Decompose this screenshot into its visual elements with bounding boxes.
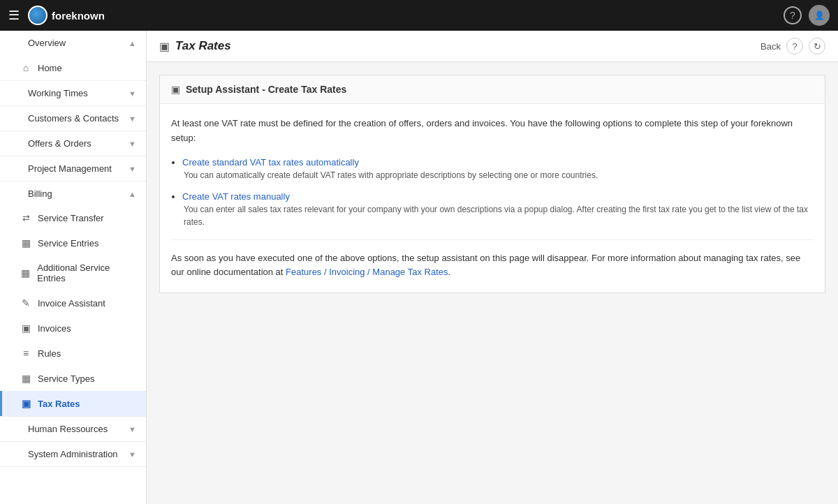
sidebar-item-hr[interactable]: Human Ressources ▼ xyxy=(0,417,146,441)
brand-logo xyxy=(28,6,47,25)
option-link-standard[interactable]: Create standard VAT tax rates automatica… xyxy=(182,157,359,168)
footer-text: As soon as you have executed one of the … xyxy=(171,251,814,281)
footer-link[interactable]: Features / Invoicing / Manage Tax Rates xyxy=(286,267,448,277)
help-icon-header[interactable]: ? xyxy=(786,38,803,54)
sidebar-section-sysadmin: System Administration ▼ xyxy=(0,442,146,467)
main-layout: Overview ▲ ⌂ Home Working Times ▼ xyxy=(0,31,838,504)
refresh-icon-header[interactable]: ↻ xyxy=(809,38,825,54)
avatar[interactable]: 👤 xyxy=(809,5,830,26)
service-types-icon: ▦ xyxy=(20,373,32,384)
sidebar-item-project[interactable]: Project Management ▼ xyxy=(0,156,146,181)
tax-rates-icon: ▣ xyxy=(20,398,32,409)
sidebar-label-additional-service-entries: Additional Service Entries xyxy=(37,262,136,283)
sidebar-label-home: Home xyxy=(38,63,62,73)
sidebar-section-overview: Overview ▲ ⌂ Home xyxy=(0,31,146,81)
sidebar-section-working-times: Working Times ▼ xyxy=(0,81,146,106)
sidebar-item-invoices[interactable]: ▣ Invoices xyxy=(0,316,146,341)
setup-card-header: ▣ Setup Assistant - Create Tax Rates xyxy=(160,75,825,104)
setup-card: ▣ Setup Assistant - Create Tax Rates At … xyxy=(159,75,825,293)
back-button[interactable]: Back xyxy=(760,41,781,52)
sidebar-label-project: Project Management xyxy=(28,163,112,174)
chevron-working-times: ▼ xyxy=(128,89,136,98)
chevron-hr: ▼ xyxy=(128,425,136,433)
invoices-icon: ▣ xyxy=(20,323,32,334)
sidebar-label-rules: Rules xyxy=(38,348,61,359)
sidebar-item-home[interactable]: ⌂ Home xyxy=(0,55,146,80)
rules-icon: ≡ xyxy=(20,348,32,359)
content-area: ▣ Tax Rates Back ? ↻ ▣ Setup Assistant -… xyxy=(147,31,838,504)
page-header: ▣ Tax Rates Back ? ↻ xyxy=(147,31,838,62)
invoice-assistant-icon: ✎ xyxy=(20,297,32,309)
sidebar-label-offers: Offers & Orders xyxy=(28,138,91,149)
chevron-billing: ▲ xyxy=(128,190,136,198)
sidebar-item-billing[interactable]: Billing ▲ xyxy=(0,181,146,206)
sidebar-label-working-times: Working Times xyxy=(28,88,88,98)
sidebar-section-offers: Offers & Orders ▼ xyxy=(0,131,146,156)
option-item-standard: Create standard VAT tax rates automatica… xyxy=(182,157,814,181)
sidebar-label-service-entries: Service Entries xyxy=(38,238,98,249)
topbar-left: ☰ foreknown xyxy=(8,6,105,25)
service-entries-icon: ▦ xyxy=(20,237,32,249)
sidebar-label-invoice-assistant: Invoice Assistant xyxy=(38,298,105,309)
sidebar-label-tax-rates: Tax Rates xyxy=(38,399,80,409)
topbar: ☰ foreknown ? 👤 xyxy=(0,0,838,31)
footer-text-before: As soon as you have executed one of the … xyxy=(171,253,800,278)
option-link-manual[interactable]: Create VAT rates manually xyxy=(182,191,290,202)
chevron-offers: ▼ xyxy=(128,140,136,148)
sidebar-item-working-times[interactable]: Working Times ▼ xyxy=(0,81,146,105)
chevron-customers: ▼ xyxy=(128,114,136,123)
sidebar-label-overview: Overview xyxy=(28,38,66,48)
chevron-sysadmin: ▼ xyxy=(128,450,136,459)
section-divider xyxy=(171,239,814,240)
intro-text: At least one VAT rate must be defined fo… xyxy=(171,117,814,146)
content-body: ▣ Setup Assistant - Create Tax Rates At … xyxy=(147,75,838,306)
sidebar-section-hr: Human Ressources ▼ xyxy=(0,417,146,442)
sidebar-label-customers: Customers & Contacts xyxy=(28,113,119,124)
page-header-actions: Back ? ↻ xyxy=(760,38,825,54)
chevron-overview: ▲ xyxy=(128,39,136,47)
service-transfer-icon: ⇄ xyxy=(20,213,32,223)
page-title: Tax Rates xyxy=(175,39,231,53)
page-title-icon: ▣ xyxy=(159,40,170,53)
topbar-right: ? 👤 xyxy=(784,5,830,26)
sidebar-label-service-transfer: Service Transfer xyxy=(38,213,104,223)
sidebar-item-additional-service-entries[interactable]: ▦ Additional Service Entries xyxy=(0,255,146,290)
chevron-project: ▼ xyxy=(128,165,136,173)
sidebar-label-billing: Billing xyxy=(28,188,52,199)
sidebar-item-invoice-assistant[interactable]: ✎ Invoice Assistant xyxy=(0,290,146,316)
sidebar-section-project: Project Management ▼ xyxy=(0,156,146,181)
sidebar: Overview ▲ ⌂ Home Working Times ▼ xyxy=(0,31,147,504)
sidebar-item-sysadmin[interactable]: System Administration ▼ xyxy=(0,442,146,466)
setup-card-title: Setup Assistant - Create Tax Rates xyxy=(186,84,346,95)
sidebar-item-customers[interactable]: Customers & Contacts ▼ xyxy=(0,106,146,131)
sidebar-section-billing: Billing ▲ ⇄ Service Transfer ▦ Service E… xyxy=(0,181,146,417)
sidebar-item-service-entries[interactable]: ▦ Service Entries xyxy=(0,230,146,255)
footer-text-after: . xyxy=(448,267,451,277)
setup-card-header-icon: ▣ xyxy=(171,84,180,95)
hamburger-icon[interactable]: ☰ xyxy=(8,8,20,23)
sidebar-item-offers[interactable]: Offers & Orders ▼ xyxy=(0,131,146,156)
sidebar-item-overview[interactable]: Overview ▲ xyxy=(0,31,146,55)
option-desc-manual: You can enter all sales tax rates releva… xyxy=(184,203,814,228)
option-item-manual: Create VAT rates manually You can enter … xyxy=(182,191,814,228)
setup-card-body: At least one VAT rate must be defined fo… xyxy=(160,104,825,292)
home-icon: ⌂ xyxy=(20,62,32,73)
sidebar-item-service-types[interactable]: ▦ Service Types xyxy=(0,366,146,391)
options-list: Create standard VAT tax rates automatica… xyxy=(182,157,814,228)
option-desc-standard: You can automatically create default VAT… xyxy=(184,169,814,181)
sidebar-item-tax-rates[interactable]: ▣ Tax Rates xyxy=(0,391,146,416)
sidebar-section-customers: Customers & Contacts ▼ xyxy=(0,106,146,131)
sidebar-item-service-transfer[interactable]: ⇄ Service Transfer xyxy=(0,206,146,230)
sidebar-label-hr: Human Ressources xyxy=(28,424,108,434)
additional-service-entries-icon: ▦ xyxy=(20,267,31,279)
sidebar-item-rules[interactable]: ≡ Rules xyxy=(0,341,146,366)
brand: foreknown xyxy=(28,6,105,25)
sidebar-label-sysadmin: System Administration xyxy=(28,449,118,459)
help-icon-top[interactable]: ? xyxy=(784,6,802,24)
sidebar-label-service-types: Service Types xyxy=(38,373,94,384)
sidebar-label-invoices: Invoices xyxy=(38,323,71,334)
brand-name: foreknown xyxy=(52,10,105,22)
page-title-area: ▣ Tax Rates xyxy=(159,39,231,53)
avatar-initials: 👤 xyxy=(814,10,825,20)
